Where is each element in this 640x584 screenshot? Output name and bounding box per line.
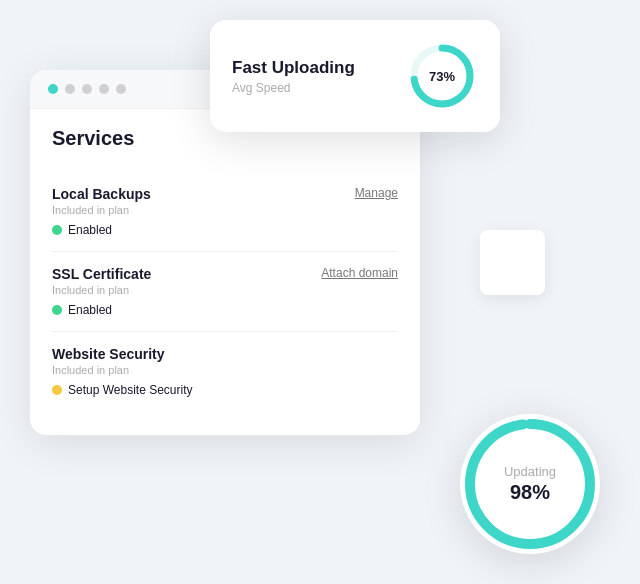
dot-gray-1 bbox=[65, 84, 75, 94]
dot-gray-3 bbox=[99, 84, 109, 94]
status-dot-green-1 bbox=[52, 225, 62, 235]
white-square-decoration bbox=[480, 230, 545, 295]
service-name-local-backups: Local Backups bbox=[52, 186, 151, 202]
service-name-security: Website Security bbox=[52, 346, 165, 362]
service-status-label-security: Setup Website Security bbox=[68, 383, 193, 397]
service-header-ssl: SSL Certificate Attach domain bbox=[52, 266, 398, 282]
upload-title: Fast Uploading bbox=[232, 58, 355, 78]
upload-progress-circle: 73% bbox=[406, 40, 478, 112]
card-body: Services Local Backups Manage Included i… bbox=[30, 109, 420, 435]
service-item-security: Website Security Included in plan Setup … bbox=[52, 332, 398, 411]
service-item-local-backups: Local Backups Manage Included in plan En… bbox=[52, 172, 398, 252]
service-name-ssl: SSL Certificate bbox=[52, 266, 151, 282]
svg-point-3 bbox=[470, 424, 590, 544]
attach-domain-action[interactable]: Attach domain bbox=[321, 266, 398, 280]
service-plan-local-backups: Included in plan bbox=[52, 204, 398, 216]
service-status-label-ssl: Enabled bbox=[68, 303, 112, 317]
upload-card: Fast Uploading Avg Speed 73% bbox=[210, 20, 500, 132]
upload-percent-label: 73% bbox=[429, 69, 455, 84]
service-item-ssl: SSL Certificate Attach domain Included i… bbox=[52, 252, 398, 332]
status-dot-green-2 bbox=[52, 305, 62, 315]
service-plan-security: Included in plan bbox=[52, 364, 398, 376]
service-header-local-backups: Local Backups Manage bbox=[52, 186, 398, 202]
service-status-security: Setup Website Security bbox=[52, 383, 398, 397]
dot-gray-2 bbox=[82, 84, 92, 94]
dot-gray-4 bbox=[116, 84, 126, 94]
service-status-local-backups: Enabled bbox=[52, 223, 398, 237]
manage-action[interactable]: Manage bbox=[355, 186, 398, 200]
service-status-ssl: Enabled bbox=[52, 303, 398, 317]
status-dot-yellow bbox=[52, 385, 62, 395]
dot-teal bbox=[48, 84, 58, 94]
service-header-security: Website Security bbox=[52, 346, 398, 362]
service-status-label-local-backups: Enabled bbox=[68, 223, 112, 237]
upload-info: Fast Uploading Avg Speed bbox=[232, 58, 355, 95]
updating-circle: Updating 98% bbox=[460, 414, 600, 554]
upload-subtitle: Avg Speed bbox=[232, 81, 355, 95]
service-plan-ssl: Included in plan bbox=[52, 284, 398, 296]
